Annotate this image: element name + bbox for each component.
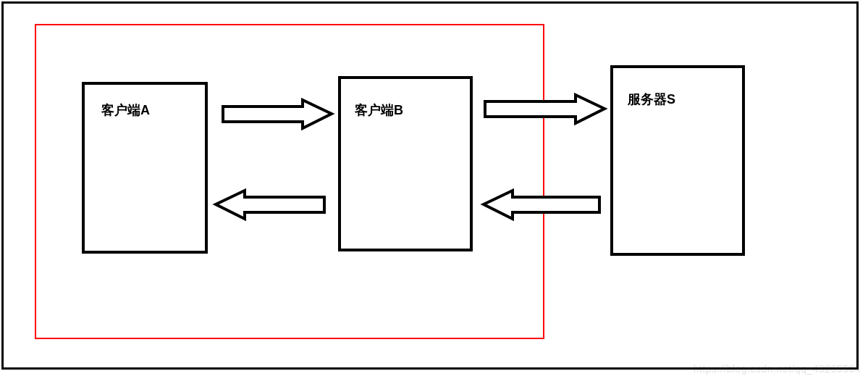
- node-client-b-label: 客户端B: [355, 101, 403, 119]
- arrow-a-to-b-icon: [219, 98, 335, 130]
- node-client-a-label: 客户端A: [101, 101, 150, 119]
- arrow-b-to-a-icon: [212, 188, 328, 221]
- arrow-s-to-b-icon: [480, 188, 603, 221]
- node-server-s-label: 服务器S: [628, 91, 675, 108]
- watermark-text: https://blog.csdn.net/qq_43265564: [694, 363, 861, 375]
- arrow-b-to-s-icon: [481, 93, 608, 125]
